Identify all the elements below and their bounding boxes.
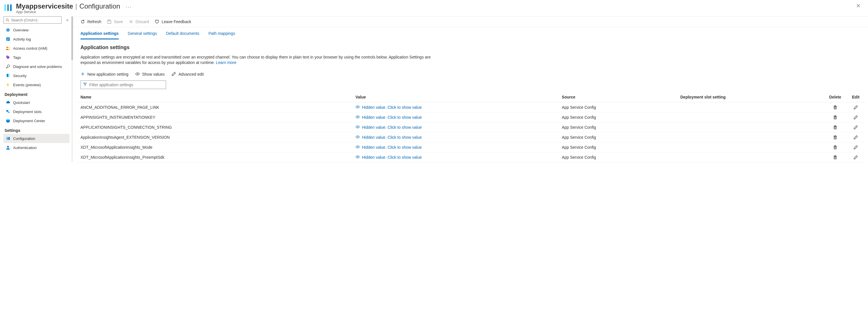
delete-button[interactable]	[829, 145, 841, 150]
col-name[interactable]: Name	[76, 92, 351, 103]
col-value[interactable]: Value	[351, 92, 557, 103]
resource-icon	[3, 3, 13, 12]
sidebar-group-deployment: Deployment	[3, 89, 70, 98]
filter-input[interactable]	[89, 83, 163, 87]
sidebar-item-access-control-iam-[interactable]: Access control (IAM)	[3, 44, 70, 53]
show-value-button[interactable]: Hidden value. Click to show value	[355, 125, 553, 130]
setting-source: App Service Config	[557, 122, 676, 132]
show-values-label: Show values	[142, 72, 165, 77]
more-actions-button[interactable]: ···	[126, 4, 132, 10]
sidebar-item-deployment-slots[interactable]: Deployment slots	[3, 107, 70, 116]
refresh-button[interactable]: Refresh	[81, 20, 101, 24]
show-value-button[interactable]: Hidden value. Click to show value	[355, 105, 553, 110]
show-value-button[interactable]: Hidden value. Click to show value	[355, 135, 553, 140]
bolt-icon	[6, 83, 10, 87]
edit-button[interactable]	[850, 125, 861, 129]
sidebar-item-security[interactable]: Security	[3, 71, 70, 80]
tab-application-settings[interactable]: Application settings	[81, 31, 119, 39]
delete-button[interactable]	[829, 105, 841, 110]
delete-button[interactable]	[829, 115, 841, 120]
setting-slot	[676, 122, 825, 132]
show-value-button[interactable]: Hidden value. Click to show value	[355, 155, 553, 160]
col-delete[interactable]: Delete	[825, 92, 846, 103]
edit-button[interactable]	[850, 105, 861, 110]
table-row: XDT_MicrosoftApplicationInsights_ModeHid…	[76, 142, 866, 152]
show-values-button[interactable]: Show values	[135, 72, 165, 77]
col-source[interactable]: Source	[557, 92, 676, 103]
delete-button[interactable]	[829, 125, 841, 129]
slots-icon	[6, 109, 10, 114]
delete-button[interactable]	[829, 155, 841, 159]
tab-default-documents[interactable]: Default documents	[166, 31, 199, 39]
edit-button[interactable]	[850, 155, 861, 159]
eye-icon	[135, 72, 140, 77]
discard-button: Discard	[129, 20, 149, 24]
eye-icon	[355, 135, 360, 140]
sidebar-item-label: Access control (IAM)	[13, 46, 48, 51]
filter-application-settings[interactable]	[81, 81, 166, 89]
new-application-setting-button[interactable]: New application setting	[81, 72, 128, 77]
tab-general-settings[interactable]: General settings	[128, 31, 157, 39]
people-icon	[6, 46, 10, 51]
tag-icon	[6, 55, 10, 60]
section-heading: Application settings	[81, 45, 861, 51]
hidden-value-text: Hidden value. Click to show value	[362, 125, 422, 129]
close-blade-button[interactable]	[854, 2, 862, 10]
feedback-button[interactable]: Leave Feedback	[155, 20, 191, 24]
hidden-value-text: Hidden value. Click to show value	[362, 115, 422, 120]
hidden-value-text: Hidden value. Click to show value	[362, 135, 422, 140]
setting-name: XDT_MicrosoftApplicationInsights_Preempt…	[76, 152, 351, 162]
edit-button[interactable]	[850, 135, 861, 140]
sidebar-item-label: Deployment Center	[13, 119, 45, 123]
pencil-icon	[172, 72, 176, 77]
hidden-value-text: Hidden value. Click to show value	[362, 105, 422, 110]
wrench-icon	[6, 64, 10, 69]
col-slot[interactable]: Deployment slot setting	[676, 92, 825, 103]
sidebar-search[interactable]	[3, 16, 62, 24]
sidebar-item-label: Configuration	[13, 137, 35, 141]
show-value-button[interactable]: Hidden value. Click to show value	[355, 145, 553, 150]
collapse-sidebar-button[interactable]: «	[65, 17, 70, 23]
edit-button[interactable]	[850, 115, 861, 120]
setting-source: App Service Config	[557, 102, 676, 112]
setting-slot	[676, 152, 825, 162]
show-value-button[interactable]: Hidden value. Click to show value	[355, 115, 553, 120]
pane-scrollbar[interactable]	[71, 16, 73, 163]
delete-button[interactable]	[829, 135, 841, 140]
refresh-icon	[81, 20, 85, 24]
application-settings-table: Name Value Source Deployment slot settin…	[76, 92, 866, 163]
advanced-edit-label: Advanced edit	[178, 72, 204, 77]
log-icon	[6, 37, 10, 41]
setting-source: App Service Config	[557, 152, 676, 162]
sidebar-item-activity-log[interactable]: Activity log	[3, 34, 70, 44]
edit-button[interactable]	[850, 145, 861, 150]
filter-icon	[83, 82, 87, 87]
col-edit[interactable]: Edit	[846, 92, 866, 103]
sidebar-item-tags[interactable]: Tags	[3, 53, 70, 62]
setting-slot	[676, 102, 825, 112]
eye-icon	[355, 125, 360, 130]
tab-path-mappings[interactable]: Path mappings	[208, 31, 235, 39]
sidebar-item-label: Overview	[13, 28, 29, 32]
sidebar-item-overview[interactable]: Overview	[3, 25, 70, 34]
table-row: XDT_MicrosoftApplicationInsights_Preempt…	[76, 152, 866, 162]
section-description: Application settings are encrypted at re…	[81, 55, 434, 65]
bars-icon	[6, 136, 10, 141]
sidebar-search-input[interactable]	[11, 18, 60, 22]
sidebar-item-events-preview-[interactable]: Events (preview)	[3, 80, 70, 89]
save-button: Save	[107, 20, 123, 24]
search-icon	[5, 18, 9, 22]
learn-more-link[interactable]: Learn more	[216, 60, 237, 65]
setting-name: APPLICATIONINSIGHTS_CONNECTION_STRING	[76, 122, 351, 132]
sidebar-item-authentication[interactable]: Authentication	[3, 143, 70, 152]
sidebar-item-quickstart[interactable]: Quickstart	[3, 98, 70, 107]
setting-source: App Service Config	[557, 142, 676, 152]
sidebar-item-diagnose-and-solve-problems[interactable]: Diagnose and solve problems	[3, 62, 70, 71]
setting-name: XDT_MicrosoftApplicationInsights_Mode	[76, 142, 351, 152]
setting-name: ApplicationInsightsAgent_EXTENSION_VERSI…	[76, 132, 351, 142]
sidebar-item-deployment-center[interactable]: Deployment Center	[3, 116, 70, 125]
sidebar-item-label: Diagnose and solve problems	[13, 64, 62, 69]
sidebar-item-configuration[interactable]: Configuration	[3, 134, 70, 143]
advanced-edit-button[interactable]: Advanced edit	[172, 72, 204, 77]
discard-label: Discard	[135, 20, 149, 24]
